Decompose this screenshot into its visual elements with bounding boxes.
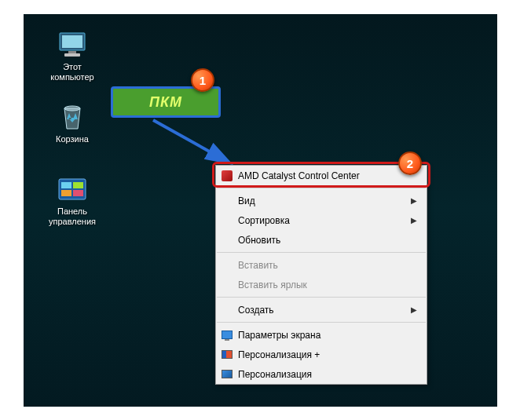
desktop-icon-recycle-bin[interactable]: Корзина xyxy=(42,102,102,144)
menu-item-sort[interactable]: Сортировка ▶ xyxy=(216,210,427,230)
svg-rect-5 xyxy=(59,179,86,199)
desktop[interactable]: Этот компьютер Корзина Панель управления… xyxy=(24,14,497,407)
chevron-right-icon: ▶ xyxy=(411,216,417,225)
monitor-icon xyxy=(221,329,233,341)
svg-rect-3 xyxy=(64,53,80,57)
personalize-plus-icon xyxy=(221,349,233,361)
desktop-icon-label: Этот компьютер xyxy=(42,62,102,82)
menu-item-label: Персонализация xyxy=(238,369,312,380)
svg-rect-1 xyxy=(62,35,82,48)
menu-separator xyxy=(217,252,426,253)
menu-item-personalize-plus[interactable]: Персонализация + xyxy=(216,345,427,364)
svg-rect-9 xyxy=(73,190,83,196)
computer-icon xyxy=(57,31,88,60)
desktop-icon-this-pc[interactable]: Этот компьютер xyxy=(42,31,102,82)
menu-separator xyxy=(217,322,426,323)
control-panel-icon xyxy=(57,177,87,204)
step-badge-1: 1 xyxy=(191,68,214,92)
desktop-icon-label: Панель управления xyxy=(42,206,102,227)
menu-item-refresh[interactable]: Обновить xyxy=(216,230,427,250)
menu-item-label: Вид xyxy=(238,195,255,206)
menu-item-paste: Вставить xyxy=(216,255,427,275)
menu-item-label: Вставить xyxy=(238,260,278,271)
menu-item-view[interactable]: Вид ▶ xyxy=(216,191,427,210)
chevron-right-icon: ▶ xyxy=(411,196,417,205)
step-badge-2: 2 xyxy=(398,152,422,175)
menu-item-label: Обновить xyxy=(238,235,280,246)
personalize-icon xyxy=(221,368,233,381)
callout-text: ПКМ xyxy=(149,94,182,111)
svg-rect-7 xyxy=(73,182,83,188)
menu-item-label: Персонализация + xyxy=(238,349,320,360)
menu-item-label: AMD Catalyst Control Center xyxy=(238,170,360,181)
arrow-annotation xyxy=(149,116,244,167)
menu-separator xyxy=(217,188,426,188)
svg-rect-6 xyxy=(61,182,71,188)
menu-item-label: Создать xyxy=(238,305,274,316)
context-menu: AMD Catalyst Control Center Вид ▶ Сортир… xyxy=(215,165,427,385)
recycle-bin-icon xyxy=(57,102,87,132)
svg-point-4 xyxy=(64,106,80,111)
menu-item-personalize[interactable]: Персонализация xyxy=(216,364,427,384)
menu-item-label: Параметры экрана xyxy=(238,330,320,341)
amd-icon xyxy=(221,170,233,182)
menu-item-display-settings[interactable]: Параметры экрана xyxy=(216,325,427,345)
menu-item-label: Сортировка xyxy=(238,215,290,226)
chevron-right-icon: ▶ xyxy=(411,305,417,314)
svg-rect-2 xyxy=(68,51,76,53)
menu-item-new[interactable]: Создать ▶ xyxy=(216,300,427,320)
svg-rect-8 xyxy=(61,190,71,196)
menu-item-label: Вставить ярлык xyxy=(238,279,307,290)
desktop-icon-control-panel[interactable]: Панель управления xyxy=(42,177,102,227)
menu-item-paste-shortcut: Вставить ярлык xyxy=(216,275,427,294)
menu-separator xyxy=(217,297,426,298)
desktop-icon-label: Корзина xyxy=(56,134,89,144)
menu-item-amd-catalyst[interactable]: AMD Catalyst Control Center xyxy=(216,166,427,185)
